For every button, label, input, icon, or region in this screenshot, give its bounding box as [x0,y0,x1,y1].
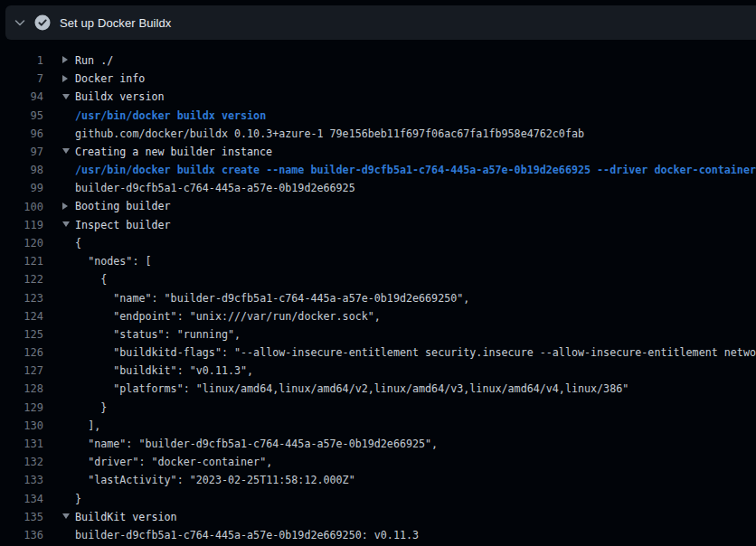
log-output-text: "name": "builder-d9cfb5a1-c764-445a-a57e… [62,438,756,450]
line-number-link[interactable]: 133 [0,474,43,486]
log-output-text: } [62,493,756,505]
line-number-link[interactable]: 121 [0,255,43,268]
actions-log-viewer: Set up Docker Buildx 1Run ./7Docker info… [0,5,756,544]
check-circle-icon [34,14,51,31]
log-line: 131 "name": "builder-d9cfb5a1-c764-445a-… [0,435,756,453]
log-line: 129 } [0,399,756,417]
log-line: 96 github.com/docker/buildx 0.10.3+azure… [0,125,756,143]
log-output-text: { [62,237,756,249]
line-number-link[interactable]: 132 [0,456,43,468]
log-output-text: "endpoint": "unix:///var/run/docker.sock… [62,310,756,323]
log-group-toggle[interactable]: Docker info [62,72,756,86]
log-line: 120 { [0,234,756,252]
log-line: 1Run ./ [0,52,756,70]
line-number-link[interactable]: 123 [0,292,43,305]
log-line: 135BuildKit version [0,508,756,526]
log-group-toggle[interactable]: BuildKit version [62,511,756,524]
log-line: 134 } [0,490,756,508]
line-number-link[interactable]: 7 [0,72,43,85]
line-number-link[interactable]: 99 [0,182,43,194]
line-number-link[interactable]: 1 [0,54,43,67]
log-command-text: /usr/bin/docker buildx create --name bui… [62,164,756,176]
log-line: 119Inspect builder [0,216,756,234]
log-output-text: "nodes": [ [62,255,756,268]
log-line: 100Booting builder [0,198,756,216]
line-number-link[interactable]: 128 [0,382,43,395]
line-number-link[interactable]: 135 [0,511,43,523]
log-line: 123 "name": "builder-d9cfb5a1-c764-445a-… [0,288,756,306]
log-output-text: "name": "builder-d9cfb5a1-c764-445a-a57e… [62,292,756,305]
line-number-link[interactable]: 136 [0,529,43,541]
log-line: 122 { [0,270,756,288]
log-group-toggle[interactable]: Creating a new builder instance [62,146,756,159]
log-group-title: Run ./ [75,54,113,67]
line-number-link[interactable]: 95 [0,109,43,122]
log-group-title: Creating a new builder instance [75,146,272,158]
log-output-text: github.com/docker/buildx 0.10.3+azure-1 … [62,127,756,140]
log-line: 130 ], [0,417,756,435]
log-line: 94Buildx version [0,88,756,106]
triangle-down-icon[interactable] [62,91,75,104]
log-line: 127 "buildkit": "v0.11.3", [0,362,756,380]
line-number-link[interactable]: 129 [0,401,43,414]
step-title: Set up Docker Buildx [60,16,171,30]
step-header[interactable]: Set up Docker Buildx [5,5,756,40]
log-container: 1Run ./7Docker info94Buildx version95 /u… [0,40,756,544]
log-group-toggle[interactable]: Booting builder [62,200,756,213]
log-output-text: "status": "running", [62,328,756,341]
log-group-toggle[interactable]: Buildx version [62,90,756,104]
triangle-right-icon[interactable] [62,54,75,67]
line-number-link[interactable]: 98 [0,164,43,176]
log-output-text: "platforms": "linux/amd64,linux/amd64/v2… [62,382,756,395]
triangle-down-icon[interactable] [62,511,75,523]
log-group-title: Docker info [75,72,145,85]
triangle-down-icon[interactable] [62,219,75,231]
log-output-text: "driver": "docker-container", [62,456,756,468]
line-number-link[interactable]: 126 [0,346,43,359]
log-output-text: builder-d9cfb5a1-c764-445a-a57e-0b19d2e6… [62,182,756,194]
log-line: 7Docker info [0,70,756,88]
log-line: 98 /usr/bin/docker buildx create --name … [0,161,756,179]
log-line: 99 builder-d9cfb5a1-c764-445a-a57e-0b19d… [0,179,756,197]
log-output-text: "buildkit": "v0.11.3", [62,364,756,377]
log-output-text: "lastActivity": "2023-02-25T11:58:12.000… [62,474,756,486]
line-number-link[interactable]: 94 [0,90,43,103]
log-group-toggle[interactable]: Run ./ [62,54,756,68]
log-line: 95 /usr/bin/docker buildx version [0,107,756,125]
log-line: 124 "endpoint": "unix:///var/run/docker.… [0,307,756,325]
log-line: 121 "nodes": [ [0,252,756,270]
triangle-right-icon[interactable] [62,73,75,86]
log-line: 125 "status": "running", [0,325,756,344]
line-number-link[interactable]: 100 [0,201,43,213]
line-number-link[interactable]: 97 [0,146,43,158]
log-group-title: Booting builder [75,200,171,212]
log-group-title: Buildx version [75,90,165,103]
log-output-text: ], [62,419,756,432]
log-output-text: builder-d9cfb5a1-c764-445a-a57e-0b19d2e6… [62,529,756,541]
log-line: 136 builder-d9cfb5a1-c764-445a-a57e-0b19… [0,526,756,544]
log-group-toggle[interactable]: Inspect builder [62,219,756,232]
log-line: 126 "buildkitd-flags": "--allow-insecure… [0,344,756,362]
line-number-link[interactable]: 122 [0,273,43,286]
triangle-right-icon[interactable] [62,201,75,213]
line-number-link[interactable]: 125 [0,328,43,341]
chevron-down-icon[interactable] [13,15,27,30]
line-number-link[interactable]: 124 [0,310,43,323]
log-command-text: /usr/bin/docker buildx version [62,109,756,122]
triangle-down-icon[interactable] [62,146,75,158]
line-number-link[interactable]: 119 [0,219,43,231]
line-number-link[interactable]: 130 [0,419,43,432]
line-number-link[interactable]: 131 [0,438,43,450]
line-number-link[interactable]: 96 [0,127,43,140]
log-group-title: BuildKit version [75,511,177,523]
log-line: 132 "driver": "docker-container", [0,453,756,471]
line-number-link[interactable]: 127 [0,364,43,377]
line-number-link[interactable]: 120 [0,237,43,249]
line-number-link[interactable]: 134 [0,493,43,505]
log-line: 128 "platforms": "linux/amd64,linux/amd6… [0,380,756,398]
log-output-text: "buildkitd-flags": "--allow-insecure-ent… [62,346,756,359]
log-line: 97Creating a new builder instance [0,143,756,161]
log-group-title: Inspect builder [75,219,171,231]
log-output-text: } [62,401,756,414]
log-line: 133 "lastActivity": "2023-02-25T11:58:12… [0,471,756,489]
